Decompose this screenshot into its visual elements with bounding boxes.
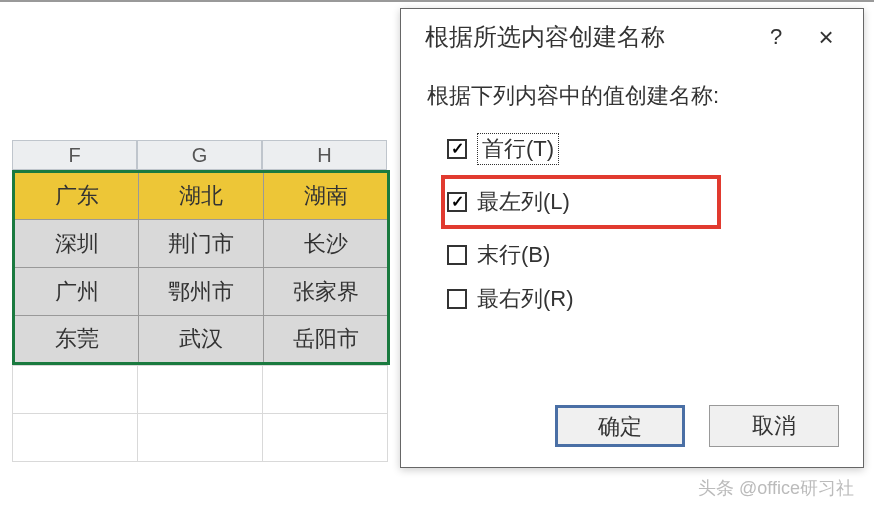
col-header-h[interactable]: H: [262, 140, 387, 170]
cell[interactable]: 鄂州市: [139, 268, 264, 316]
checkbox-label: 最右列(R): [477, 284, 574, 314]
close-button[interactable]: ×: [801, 17, 851, 57]
col-header-g[interactable]: G: [137, 140, 262, 170]
checkbox-icon: [447, 245, 467, 265]
dialog-title: 根据所选内容创建名称: [425, 21, 751, 53]
checkbox-top-row[interactable]: 首行(T): [447, 127, 833, 171]
checkbox-icon: [447, 289, 467, 309]
create-names-dialog: 根据所选内容创建名称 ? × 根据下列内容中的值创建名称: 首行(T) 最左列(…: [400, 8, 864, 468]
cell[interactable]: 广州: [14, 268, 139, 316]
cell[interactable]: 东莞: [14, 316, 139, 364]
cell[interactable]: 岳阳市: [264, 316, 389, 364]
checkbox-label: 首行(T): [477, 133, 559, 165]
checkbox-label: 末行(B): [477, 240, 550, 270]
empty-grid: [12, 365, 388, 462]
cell[interactable]: 武汉: [139, 316, 264, 364]
dialog-prompt: 根据下列内容中的值创建名称:: [427, 81, 833, 111]
cancel-button[interactable]: 取消: [709, 405, 839, 447]
ok-button[interactable]: 确定: [555, 405, 685, 447]
checkbox-icon: [447, 192, 467, 212]
watermark: 头条 @office研习社: [698, 476, 854, 500]
cell[interactable]: 张家界: [264, 268, 389, 316]
checkbox-label: 最左列(L): [477, 187, 570, 217]
cell[interactable]: 长沙: [264, 220, 389, 268]
cell[interactable]: 荆门市: [139, 220, 264, 268]
cell[interactable]: 湖南: [264, 172, 389, 220]
cell[interactable]: 深圳: [14, 220, 139, 268]
cell[interactable]: 湖北: [139, 172, 264, 220]
checkbox-icon: [447, 139, 467, 159]
selected-range[interactable]: 广东 湖北 湖南 深圳 荆门市 长沙 广州 鄂州市 张家界 东莞 武汉 岳阳市: [12, 170, 390, 365]
cell[interactable]: 广东: [14, 172, 139, 220]
checkbox-right-col[interactable]: 最右列(R): [447, 277, 833, 321]
col-header-f[interactable]: F: [12, 140, 137, 170]
help-button[interactable]: ?: [751, 17, 801, 57]
checkbox-left-col[interactable]: 最左列(L): [441, 175, 721, 229]
checkbox-bottom-row[interactable]: 末行(B): [447, 233, 833, 277]
